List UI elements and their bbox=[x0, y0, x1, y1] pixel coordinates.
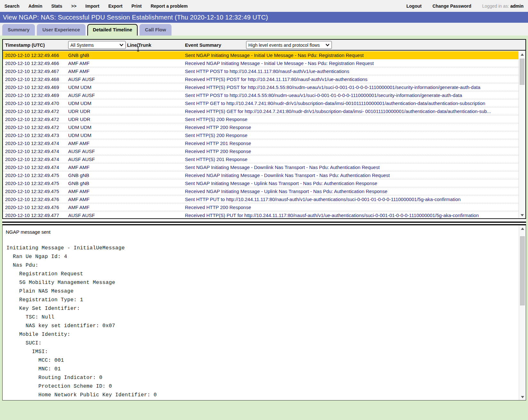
detail-line: Home Network Public Key Identifier: 0 bbox=[6, 391, 157, 400]
col-timestamp: Timestamp (UTC) bbox=[5, 42, 45, 48]
cell-event-summary: Received HTTP(S) GET for http://10.244.7… bbox=[185, 109, 491, 114]
system-filter-select[interactable]: All Systems bbox=[68, 41, 126, 49]
timeline-row[interactable]: 2020-12-10 12:32:49.469 UDM UDM Received… bbox=[3, 83, 518, 91]
timeline-panel: Timestamp (UTC) All Systems Line/Trunk E… bbox=[2, 39, 526, 219]
menu-item[interactable]: Stats bbox=[51, 4, 62, 9]
panel-splitter[interactable] bbox=[2, 222, 526, 225]
detail-line: Key Set Identifier: bbox=[6, 304, 157, 313]
cell-system: UDM UDM bbox=[68, 125, 92, 130]
timeline-row[interactable]: 2020-12-10 12:32:49.476 AMF AMF Received… bbox=[3, 203, 518, 211]
menu-item[interactable]: Report a problem bbox=[151, 4, 188, 9]
cell-timestamp: 2020-12-10 12:32:49.467 bbox=[5, 69, 59, 74]
chevron-down-icon bbox=[119, 44, 124, 46]
cell-system: AMF AMF bbox=[68, 141, 90, 146]
menu-item[interactable]: Export bbox=[108, 4, 122, 9]
cell-timestamp: 2020-12-10 12:32:49.472 bbox=[5, 109, 59, 114]
timeline-row[interactable]: 2020-12-10 12:32:49.466 GNB gNB Sent NGA… bbox=[3, 51, 518, 59]
timeline-row[interactable]: 2020-12-10 12:32:49.474 AUSF AUSF Receiv… bbox=[3, 147, 518, 155]
menu-item-logout[interactable]: Logout bbox=[406, 4, 421, 9]
detail-line: Registration Request bbox=[6, 270, 157, 279]
timeline-row[interactable]: 2020-12-10 12:32:49.472 UDR UDR Sent HTT… bbox=[3, 115, 518, 123]
cell-timestamp: 2020-12-10 12:32:49.469 bbox=[5, 93, 59, 98]
detail-line: Registration Type: 1 bbox=[6, 296, 157, 304]
system-filter-value: All Systems bbox=[70, 43, 94, 48]
timeline-scrollbar[interactable] bbox=[518, 51, 525, 218]
timeline-row[interactable]: 2020-12-10 12:32:49.474 AMF AMF Sent NGA… bbox=[3, 163, 518, 171]
cell-event-summary: Sent HTTP GET to http://10.244.7.241:80/… bbox=[185, 101, 485, 106]
scroll-down-button[interactable] bbox=[519, 212, 525, 218]
menu-item[interactable]: Import bbox=[85, 4, 100, 9]
triangle-down-icon bbox=[521, 396, 524, 398]
tab[interactable]: User Experience bbox=[37, 24, 85, 36]
menu-item[interactable]: Search bbox=[4, 4, 20, 9]
cell-timestamp: 2020-12-10 12:32:49.466 bbox=[5, 61, 59, 66]
menu-item-change-password[interactable]: Change Password bbox=[432, 4, 471, 9]
timeline-row[interactable]: 2020-12-10 12:32:49.474 AUSF AUSF Sent H… bbox=[3, 155, 518, 163]
event-filter-select[interactable]: High level events and protocol flows bbox=[246, 41, 332, 49]
event-filter-value: High level events and protocol flows bbox=[248, 43, 320, 48]
message-detail-panel: NGAP message sent Initiating Message - I… bbox=[2, 225, 526, 400]
timeline-row[interactable]: 2020-12-10 12:32:49.476 AMF AMF Sent HTT… bbox=[3, 195, 518, 203]
cell-system: UDM UDM bbox=[68, 101, 92, 106]
cell-system: UDR UDR bbox=[68, 117, 90, 122]
cell-timestamp: 2020-12-10 12:32:49.472 bbox=[5, 117, 59, 122]
triangle-up-icon bbox=[521, 53, 524, 56]
timeline-row[interactable]: 2020-12-10 12:32:49.475 GNB gNB Sent NGA… bbox=[3, 179, 518, 187]
cell-system: AMF AMF bbox=[68, 205, 90, 210]
cell-timestamp: 2020-12-10 12:32:49.474 bbox=[5, 157, 59, 162]
cell-system: AMF AMF bbox=[68, 197, 90, 202]
scroll-down-button[interactable] bbox=[519, 394, 526, 400]
detail-scrollbar[interactable] bbox=[519, 225, 526, 400]
cell-event-summary: Received HTTP 200 Response bbox=[185, 205, 251, 210]
title-bar: View NGAP: NAS: Successful PDU Session E… bbox=[0, 12, 528, 23]
timeline-row[interactable]: 2020-12-10 12:32:49.470 UDM UDM Sent HTT… bbox=[3, 99, 518, 107]
cell-event-summary: Sent HTTP(S) 200 Response bbox=[185, 133, 247, 138]
cell-timestamp: 2020-12-10 12:32:49.472 bbox=[5, 125, 59, 130]
tab[interactable]: Call Flow bbox=[140, 24, 172, 36]
detail-line: NAS key set identifier: 0x07 bbox=[6, 322, 157, 330]
cell-timestamp: 2020-12-10 12:32:49.468 bbox=[5, 77, 59, 82]
timeline-row[interactable]: 2020-12-10 12:32:49.466 AMF AMF Received… bbox=[3, 59, 518, 67]
cell-event-summary: Sent NGAP Initiating Message - Downlink … bbox=[185, 165, 380, 170]
menu-item[interactable]: >> bbox=[71, 4, 76, 9]
detail-line: 5G Mobility Management Message bbox=[6, 279, 157, 287]
timeline-row[interactable]: 2020-12-10 12:32:49.475 AMF AMF Received… bbox=[3, 187, 518, 195]
detail-line: Protection Scheme ID: 0 bbox=[6, 382, 157, 391]
detail-line: SUCI: bbox=[6, 339, 157, 348]
timeline-row[interactable]: 2020-12-10 12:32:49.475 GNB gNB Received… bbox=[3, 171, 518, 179]
cell-system: GNB gNB bbox=[68, 173, 89, 178]
cell-event-summary: Sent HTTP(S) 200 Response bbox=[185, 117, 247, 122]
tab-bar: Summary User Experience Detailed Timelin… bbox=[0, 23, 528, 36]
detail-line: TSC: Null bbox=[6, 313, 157, 322]
cell-event-summary: Sent HTTP PUT to http://10.244.11.117:80… bbox=[185, 197, 460, 202]
timeline-row[interactable]: 2020-12-10 12:32:49.474 AMF AMF Received… bbox=[3, 139, 518, 147]
timeline-row[interactable]: 2020-12-10 12:32:49.472 UDR UDR Received… bbox=[3, 107, 518, 115]
cell-system: AUSF AUSF bbox=[68, 213, 95, 218]
timeline-row[interactable]: 2020-12-10 12:32:49.469 AUSF AUSF Sent H… bbox=[3, 91, 518, 99]
cell-event-summary: Received HTTP(S) POST for http://10.244.… bbox=[185, 77, 367, 82]
cell-system: GNB gNB bbox=[68, 52, 89, 58]
cell-event-summary: Sent HTTP POST to http://10.244.11.117:8… bbox=[185, 69, 349, 74]
timeline-row[interactable]: 2020-12-10 12:32:49.473 UDM UDM Sent HTT… bbox=[3, 131, 518, 139]
menu-item[interactable]: Admin bbox=[28, 4, 43, 9]
cell-event-summary: Received HTTP(S) PUT for http://10.244.1… bbox=[185, 213, 479, 218]
detail-body: Initiating Message - InitialUeMessage Ra… bbox=[6, 244, 157, 400]
timeline-row[interactable]: 2020-12-10 12:32:49.477 AUSF AUSF Receiv… bbox=[3, 211, 518, 218]
scroll-up-button[interactable] bbox=[519, 51, 525, 58]
detail-line: Ran Ue Ngap Id: 4 bbox=[6, 253, 157, 261]
menu-item[interactable]: Print bbox=[132, 4, 142, 9]
cell-system: AMF AMF bbox=[68, 61, 90, 66]
tab[interactable]: Detailed Timeline bbox=[87, 24, 138, 36]
cell-event-summary: Received HTTP 200 Response bbox=[185, 125, 251, 130]
cell-system: UDM UDM bbox=[68, 133, 92, 138]
timeline-scrollbar-thumb[interactable] bbox=[520, 59, 524, 85]
cell-timestamp: 2020-12-10 12:32:49.476 bbox=[5, 205, 59, 210]
tab[interactable]: Summary bbox=[2, 24, 35, 36]
timeline-row[interactable]: 2020-12-10 12:32:49.472 UDM UDM Received… bbox=[3, 123, 518, 131]
cell-event-summary: Sent NGAP Initiating Message - Initial U… bbox=[185, 52, 364, 58]
timeline-row[interactable]: 2020-12-10 12:32:49.467 AMF AMF Sent HTT… bbox=[3, 67, 518, 75]
timeline-row[interactable]: 2020-12-10 12:32:49.468 AUSF AUSF Receiv… bbox=[3, 75, 518, 83]
cell-timestamp: 2020-12-10 12:32:49.475 bbox=[5, 173, 59, 178]
detail-scrollbar-thumb[interactable] bbox=[520, 236, 525, 305]
scroll-up-button[interactable] bbox=[519, 225, 526, 232]
